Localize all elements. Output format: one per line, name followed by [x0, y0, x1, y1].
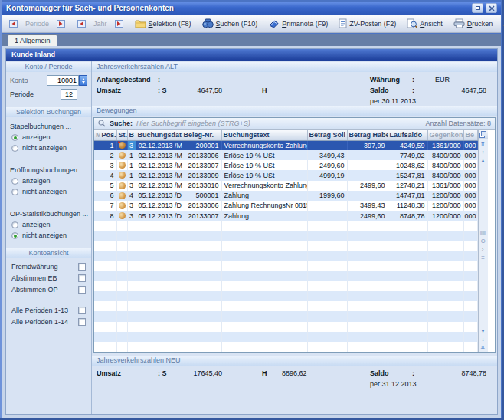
scroll-last-button[interactable]: ⇊ — [479, 343, 487, 352]
radio-eroeffnung-nicht-anzeigen[interactable]: nicht anzeigen — [6, 186, 91, 197]
umsatz-alt-label: Umsatz — [97, 87, 158, 94]
drucken-label: Drucken — [467, 20, 493, 28]
suchen-button[interactable]: Suchen (F10) — [199, 17, 261, 30]
table-row[interactable]: 7 3 05.12.2013 /Do 20133006 Zahlung Rech… — [94, 201, 477, 211]
table-row[interactable]: 2 1 02.12.2013 /Mo 20133006 Erlöse 19 % … — [94, 150, 477, 160]
col-m[interactable]: M — [94, 130, 100, 140]
booking-type-icon — [119, 202, 126, 209]
check-abstimmen-eb[interactable]: Abstimmen EB — [6, 272, 91, 284]
selektion-button[interactable]: Selektion (F8) — [132, 17, 195, 30]
restore-button[interactable] — [472, 3, 483, 13]
radio-stapel-nicht-anzeigen[interactable]: nicht anzeigen — [6, 143, 91, 153]
periode-next-button[interactable] — [52, 17, 69, 30]
booking-type-icon — [119, 162, 126, 169]
zv-posten-label: ZV-Posten (F2) — [349, 20, 396, 28]
grid-sum-icon[interactable]: Σ — [479, 246, 487, 254]
check-alle-perioden-13[interactable]: Alle Perioden 1-13 — [6, 304, 91, 316]
zv-posten-button[interactable]: ZV-Posten (F2) — [335, 17, 399, 30]
close-button[interactable] — [486, 3, 497, 13]
scroll-first-button[interactable]: ⇈ — [479, 139, 487, 148]
bewegungen-table-panel: Suche: Hier Suchbegriff eingeben (STRG+S… — [93, 117, 496, 353]
group-label: Stapelbuchungen ... — [6, 123, 91, 130]
periode-field-row: Periode — [6, 86, 91, 100]
main-panel: Kunde Inland Konto / Periode Konto Perio… — [5, 48, 498, 415]
customize-columns-button[interactable] — [479, 130, 488, 139]
checkbox-icon — [78, 263, 86, 271]
radio-op-anzeigen[interactable]: anzeigen — [6, 219, 91, 230]
col-laufsaldo[interactable]: Laufsaldo — [388, 130, 427, 140]
table-row[interactable]: 1 3 02.12.2013 /Mo 200001 Verrechnungsko… — [94, 140, 477, 150]
empty-row — [94, 261, 477, 271]
jahresverkehr-neu-section: Umsatz : S 17645,40 H 8896,62 Saldo : 87 — [92, 366, 497, 384]
konto-periode-header: Konto / Periode — [6, 62, 91, 72]
window-title: Kontomanager für Sach- und Personenkonte… — [6, 4, 470, 12]
main-column: Jahresverkehrszahlen ALT Anfangsbestand … — [92, 61, 497, 414]
drucken-button[interactable]: Drucken — [450, 17, 496, 30]
radio-op-nicht-anzeigen[interactable]: nicht anzeigen — [6, 230, 91, 241]
account-type-header: Kunde Inland — [6, 49, 497, 61]
jahresverkehr-neu-header: Jahresverkehrszahlen NEU — [92, 356, 497, 366]
ansicht-button[interactable]: Ansicht — [404, 17, 446, 30]
extras-button[interactable]: Extras — [500, 17, 504, 30]
empty-row — [94, 342, 477, 352]
radio-stapel-anzeigen[interactable]: anzeigen — [6, 132, 91, 143]
scroll-page-down-button[interactable]: ↓ — [479, 335, 487, 343]
checkbox-icon — [78, 318, 86, 326]
col-be[interactable]: Be — [463, 130, 477, 140]
magnifier-document-icon — [407, 18, 417, 28]
col-beleg-nr[interactable]: Beleg-Nr. — [182, 130, 221, 140]
konto-field-row: Konto — [6, 72, 91, 86]
col-betrag-haben[interactable]: Betrag Haben — [347, 130, 388, 140]
table-header-row: M Pos.▼ St. B Buchungsdatum Beleg-Nr. Bu… — [94, 130, 477, 140]
col-st[interactable]: St. — [116, 130, 127, 140]
jahr-label-item: Jahr — [90, 18, 110, 29]
jahr-prev-button[interactable] — [74, 17, 90, 30]
tab-allgemein[interactable]: 1 Allgemein — [8, 34, 57, 47]
group-label: OP-Statistikbuchungen ... — [6, 210, 91, 218]
grid-search-icon[interactable]: ⊙ — [479, 238, 487, 246]
radio-icon — [11, 232, 18, 239]
table-row[interactable]: 8 3 05.12.2013 /Do 20133007 Zahlung 2499… — [94, 211, 477, 221]
umsatz-alt-haben-label: H — [262, 87, 267, 94]
check-abstimmen-op[interactable]: Abstimmen OP — [6, 284, 91, 295]
app-window: Kontomanager für Sach- und Personenkonte… — [0, 0, 504, 420]
record-count: Anzahl Datensätze: 8 — [425, 120, 491, 127]
jahr-next-button[interactable] — [110, 17, 127, 30]
table-row[interactable]: 5 3 02.12.2013 /Mo 20133010 Verrechnungs… — [94, 181, 477, 191]
table-search-bar[interactable]: Suche: Hier Suchbegriff eingeben (STRG+S… — [94, 118, 495, 130]
periode-input[interactable] — [61, 89, 77, 100]
printer-icon — [453, 18, 465, 28]
bewegungen-table: M Pos.▼ St. B Buchungsdatum Beleg-Nr. Bu… — [94, 130, 478, 352]
scroll-down-button[interactable]: ▼ — [479, 326, 487, 335]
table-row[interactable]: 4 1 02.12.2013 /Mo 20133009 Erlöse 19 % … — [94, 170, 477, 180]
table-row[interactable]: 6 4 05.12.2013 /Do 500001 Zahlung 1999,6… — [94, 191, 477, 201]
col-pos[interactable]: Pos.▼ — [100, 130, 116, 140]
check-alle-perioden-14[interactable]: Alle Perioden 1-14 — [6, 316, 91, 327]
radio-eroeffnung-anzeigen[interactable]: anzeigen — [6, 176, 91, 186]
checkbox-icon — [78, 286, 86, 294]
radio-icon — [11, 189, 18, 195]
grid-filter-icon[interactable]: ≡ — [479, 254, 487, 263]
col-buchungsdatum[interactable]: Buchungsdatum — [136, 130, 182, 140]
stapelbuchungen-group: Stapelbuchungen ... anzeigen nicht anzei… — [6, 123, 91, 153]
col-gegenkonto[interactable]: Gegenkonto — [427, 130, 463, 140]
konto-spinner[interactable] — [79, 75, 87, 86]
table-row[interactable]: 3 1 02.12.2013 /Mo 20133007 Erlöse 19 % … — [94, 160, 477, 170]
booking-type-icon — [119, 142, 126, 149]
restore-icon — [476, 6, 480, 10]
column-chooser-icon[interactable]: ▥ — [479, 229, 487, 238]
scroll-up-button[interactable]: ▲ — [479, 156, 487, 165]
col-betrag-soll[interactable]: Betrag Soll — [307, 130, 347, 140]
document-icon — [339, 18, 347, 28]
scroll-page-up-button[interactable]: ↑ — [479, 148, 487, 156]
col-b[interactable]: B — [127, 130, 136, 140]
empty-row — [94, 271, 477, 281]
arrow-left-icon — [77, 18, 87, 28]
primanota-button[interactable]: Primanota (F9) — [265, 17, 331, 30]
col-buchungstext[interactable]: Buchungstext — [221, 130, 307, 140]
check-fremdwaehrung[interactable]: Fremdwährung — [6, 261, 91, 272]
tab-strip: 1 Allgemein — [2, 34, 501, 46]
periode-prev-button[interactable] — [5, 17, 22, 30]
booking-type-icon — [119, 212, 126, 219]
konto-input[interactable] — [47, 75, 79, 86]
